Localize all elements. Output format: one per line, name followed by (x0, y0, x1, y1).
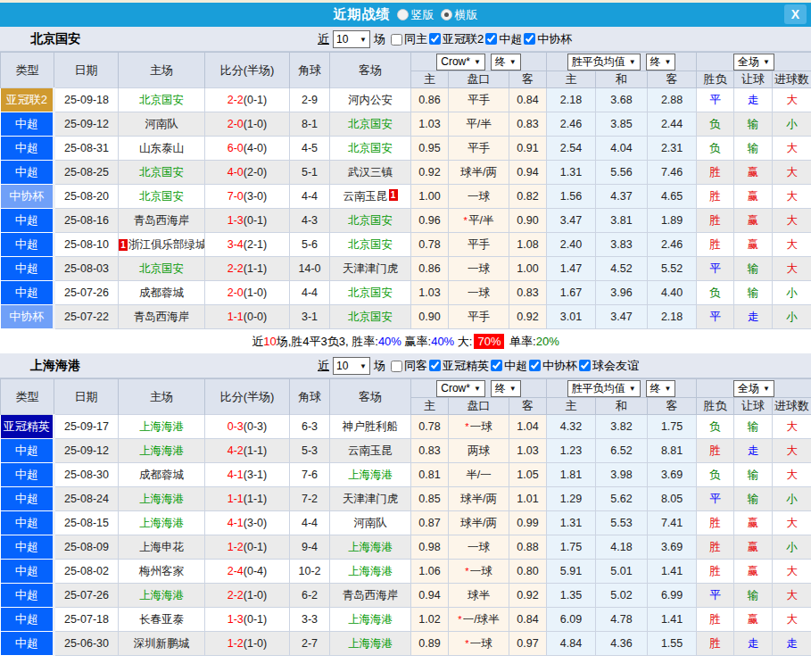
league-checkbox[interactable] (429, 33, 441, 45)
league-checkbox[interactable] (529, 360, 541, 371)
away-team: 北京国安 (330, 112, 411, 137)
summary-part: 40% (378, 335, 401, 348)
mean-draw: 3.82 (596, 415, 648, 439)
final-odds-select[interactable]: 终 ▼ (491, 54, 521, 71)
league-filter[interactable]: 中协杯 (524, 31, 572, 47)
score: 4-1(3-0) (205, 511, 290, 535)
league-filter[interactable]: 亚冠精英 (429, 358, 489, 374)
final-odds-select[interactable]: 终 ▼ (491, 380, 521, 397)
score: 2-2(1-1) (205, 257, 290, 281)
away-team: 青岛西海岸 (330, 584, 411, 608)
odds-source-select[interactable]: Crow* ▼ (436, 54, 485, 71)
handicap-value: 一球 (468, 190, 490, 203)
league-checkbox[interactable] (485, 33, 497, 45)
close-icon[interactable]: X (784, 4, 807, 24)
home-team-name: 上海海港 (139, 589, 184, 601)
mean-odds-select[interactable]: 胜平负均值 ▼ (567, 380, 641, 397)
outcome-result: 负 (697, 112, 734, 137)
mean-draw: 3.85 (596, 112, 648, 137)
same-venue-filter[interactable]: 同客 (391, 358, 427, 374)
table-row: 中超25-09-12上海海港4-2(1-1)5-3云南玉昆0.83两球1.031… (1, 439, 811, 463)
score: 2-0(1-0) (205, 112, 290, 137)
same-venue-checkbox[interactable] (391, 34, 402, 46)
handicap: 平手 (449, 137, 509, 161)
mean-draw: 3.83 (596, 233, 648, 257)
outcome-result: 胜 (697, 233, 734, 257)
match-type-badge: 中超 (1, 511, 54, 535)
handicap-value: 一球 (468, 286, 490, 299)
home-team: 上海海港 (119, 415, 205, 439)
away-team: 神户胜利船 (330, 415, 411, 439)
final-mean-select[interactable]: 终 ▼ (646, 380, 676, 397)
handicap-result: 输 (734, 281, 773, 305)
same-venue-filter[interactable]: 同主 (391, 31, 427, 47)
handicap-value: 球半/两 (460, 517, 497, 529)
handicap-value: 两球 (468, 444, 490, 457)
home-team: 青岛西海岸 (119, 305, 205, 329)
goals-result: 小 (773, 112, 811, 137)
handicap-value: 一球 (470, 420, 492, 433)
odds-home: 0.92 (411, 161, 449, 185)
away-team-name: 上海海港 (348, 541, 393, 553)
home-team: 深圳新鹏城 (119, 632, 205, 656)
chevron-down-icon: ▼ (665, 58, 672, 66)
fulltime-select[interactable]: 全场 ▼ (733, 54, 774, 71)
match-count-select[interactable]: 10 ▼ (333, 357, 370, 375)
league-filter[interactable]: 亚冠联2 (429, 31, 484, 47)
outcome-result: 胜 (697, 439, 734, 463)
final-odds-value: 终 (495, 381, 506, 396)
outcome-result: 胜 (697, 608, 734, 632)
outcome-result: 负 (697, 137, 734, 161)
mean-odds-select[interactable]: 胜平负均值 ▼ (567, 54, 641, 71)
league-checkbox[interactable] (491, 360, 502, 371)
league-filter[interactable]: 球会友谊 (579, 358, 639, 374)
fulltime-score: 3-4 (228, 238, 244, 251)
league-checkbox[interactable] (429, 360, 441, 371)
odds-away: 1.05 (509, 463, 547, 487)
away-team-name: 上海海港 (348, 469, 393, 481)
match-type-badge: 中超 (1, 137, 54, 161)
match-count-value: 10 (336, 360, 348, 372)
league-filter[interactable]: 中协杯 (529, 358, 577, 374)
league-checkbox[interactable] (579, 360, 591, 371)
corner-count: 9-4 (290, 535, 330, 560)
table-row: 中协杯25-08-20北京国安7-0(3-0)4-4云南玉昆11.00一球0.8… (1, 185, 811, 209)
summary-part: 40% (431, 335, 454, 348)
section-header: 上海海港 近 10 ▼ 场 同客 亚冠精英中超中协杯球会友谊 (0, 353, 811, 378)
same-venue-checkbox[interactable] (391, 361, 402, 372)
radio-option-vertical[interactable]: 竖版 (397, 7, 434, 23)
odds-home: 0.86 (411, 257, 449, 281)
league-label: 中超 (504, 358, 527, 374)
odds-group-header: Crow* ▼ 终 ▼ (411, 379, 547, 398)
match-count-select[interactable]: 10 ▼ (333, 30, 370, 48)
odds-source-select[interactable]: Crow* ▼ (436, 380, 485, 397)
home-team-name: 上海海港 (139, 493, 184, 505)
home-team-name: 浙江俱乐部绿城 (128, 238, 205, 251)
filter-bar: 近 10 ▼ 场 同主 亚冠联2中超中协杯 (318, 27, 574, 52)
score: 1-2(1-0) (205, 632, 290, 656)
mean-draw: 4.37 (596, 185, 648, 209)
outcome-result: 胜 (697, 632, 734, 656)
mean-away: 2.18 (648, 305, 697, 329)
mean-home: 1.75 (547, 535, 596, 560)
league-filter[interactable]: 中超 (491, 358, 527, 374)
fulltime-score: 2-2 (228, 589, 244, 601)
goals-result: 小 (773, 535, 811, 560)
radio-option-horizontal[interactable]: 横版 (441, 7, 478, 23)
fulltime-select[interactable]: 全场 ▼ (733, 380, 774, 397)
handicap-result: 走 (734, 88, 773, 112)
odds-away: 1.03 (509, 439, 547, 463)
odds-home: 0.89 (411, 632, 449, 656)
final-mean-select[interactable]: 终 ▼ (646, 54, 676, 71)
league-checkbox[interactable] (524, 33, 535, 45)
league-filter[interactable]: 中超 (485, 31, 522, 47)
mean-away: 4.65 (648, 185, 697, 209)
red-badge: 1 (389, 189, 398, 201)
col-header-away: 客场 (330, 53, 411, 88)
mean-away: 1.55 (648, 632, 697, 656)
away-team-name: 神户胜利船 (343, 420, 399, 433)
handicap-result: 赢 (734, 209, 773, 233)
halftime-score: (2-1) (244, 238, 267, 251)
mean-away: 8.05 (648, 487, 697, 511)
corner-count: 8-1 (290, 112, 330, 137)
